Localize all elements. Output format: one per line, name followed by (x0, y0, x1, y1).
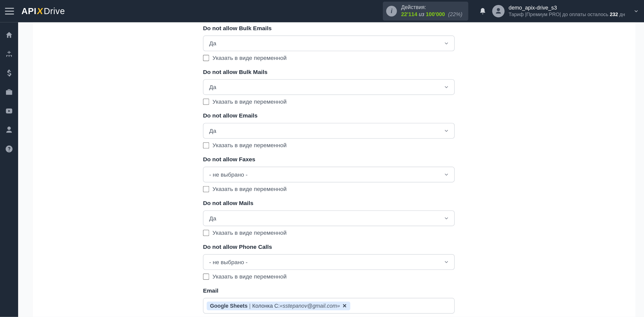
tariff-text: Тариф |Премиум PRO| до оплаты осталось 2… (509, 11, 625, 18)
variable-checkbox[interactable] (203, 98, 209, 105)
field-select-value: - не выбрано - (209, 171, 248, 178)
logo-x-icon: X (36, 6, 44, 16)
field-group: Do not allow Faxes- не выбрано -Указать … (203, 156, 455, 192)
variable-checkbox[interactable] (203, 55, 209, 61)
field-select[interactable]: - не выбрано - (203, 167, 455, 182)
field-label: Do not allow Phone Calls (203, 244, 455, 250)
sidebar-item-help[interactable] (5, 144, 14, 153)
form-card: Do not allow Bulk EmailsДаУказать в виде… (33, 22, 635, 317)
variable-checkbox[interactable] (203, 230, 209, 236)
logo-text-drive: Drive (44, 6, 65, 16)
logo[interactable]: API X Drive (21, 6, 65, 16)
variable-checkbox-label[interactable]: Указать в виде переменной (213, 98, 287, 105)
variable-checkbox[interactable] (203, 186, 209, 192)
field-label: Do not allow Bulk Mails (203, 68, 455, 75)
field-checkbox-row: Указать в виде переменной (203, 54, 455, 61)
hamburger-menu-button[interactable] (5, 8, 14, 14)
sidebar-item-billing[interactable] (5, 68, 14, 77)
sidebar-item-briefcase[interactable] (5, 88, 14, 97)
variable-checkbox[interactable] (203, 142, 209, 148)
field-label: Email (203, 287, 455, 294)
field-select[interactable]: Да (203, 123, 455, 139)
field-select-value: Да (209, 128, 216, 134)
field-select[interactable]: Да (203, 79, 455, 95)
field-label: Do not allow Mails (203, 200, 455, 206)
actions-usage-box[interactable]: i Действия: 22'114 из 100'000 (22%) (383, 2, 468, 21)
actions-numbers: 22'114 из 100'000 (22%) (401, 11, 462, 18)
variable-checkbox-label[interactable]: Указать в виде переменной (213, 54, 287, 61)
account-chevron-down-icon[interactable] (633, 8, 639, 14)
email-token-input[interactable]: Google Sheets|Колонка C: «sstepanov@gmai… (203, 298, 455, 313)
field-checkbox-row: Указать в виде переменной (203, 98, 455, 105)
variable-checkbox-label[interactable]: Указать в виде переменной (213, 229, 287, 236)
field-group-email: EmailGoogle Sheets|Колонка C: «sstepanov… (203, 287, 455, 313)
token-remove-icon[interactable]: ✕ (342, 303, 347, 309)
variable-checkbox-label[interactable]: Указать в виде переменной (213, 273, 287, 280)
sidebar-item-home[interactable] (5, 30, 14, 39)
field-group: Do not allow Bulk MailsДаУказать в виде … (203, 68, 455, 105)
sidebar-item-profile[interactable] (5, 126, 14, 135)
username-text: demo_apix-drive_s3 (509, 5, 625, 12)
user-account-block[interactable]: demo_apix-drive_s3 Тариф |Премиум PRO| д… (509, 5, 625, 18)
sidebar-item-youtube[interactable] (5, 106, 14, 115)
field-select[interactable]: Да (203, 210, 455, 226)
logo-text-api: API (21, 6, 36, 16)
field-select-value: Да (209, 40, 216, 47)
field-select[interactable]: Да (203, 35, 455, 51)
info-icon: i (386, 6, 397, 17)
avatar[interactable] (492, 5, 504, 17)
left-sidebar (0, 22, 18, 317)
email-token[interactable]: Google Sheets|Колонка C: «sstepanov@gmai… (207, 301, 350, 310)
token-source: Google Sheets (210, 303, 248, 309)
field-group: Do not allow Phone Calls- не выбрано -Ук… (203, 244, 455, 280)
notifications-bell-icon[interactable] (479, 8, 487, 15)
field-select[interactable]: - не выбрано - (203, 254, 455, 270)
field-label: Do not allow Emails (203, 112, 455, 119)
field-label: Do not allow Bulk Emails (203, 25, 455, 31)
field-select-value: Да (209, 215, 216, 221)
top-header: API X Drive i Действия: 22'114 из 100'00… (0, 0, 644, 22)
variable-checkbox-label[interactable]: Указать в виде переменной (213, 142, 287, 148)
field-checkbox-row: Указать в виде переменной (203, 229, 455, 236)
field-group: Do not allow MailsДаУказать в виде перем… (203, 200, 455, 236)
field-group: Do not allow EmailsДаУказать в виде пере… (203, 112, 455, 148)
field-select-value: Да (209, 84, 216, 90)
field-group: Do not allow Bulk EmailsДаУказать в виде… (203, 25, 455, 61)
person-icon (495, 8, 502, 15)
field-checkbox-row: Указать в виде переменной (203, 142, 455, 148)
field-checkbox-row: Указать в виде переменной (203, 273, 455, 280)
token-column: Колонка C: (252, 303, 280, 309)
variable-checkbox-label[interactable]: Указать в виде переменной (213, 186, 287, 192)
field-select-value: - не выбрано - (209, 259, 248, 265)
variable-checkbox[interactable] (203, 273, 209, 280)
sidebar-item-connections[interactable] (5, 50, 14, 59)
field-checkbox-row: Указать в виде переменной (203, 186, 455, 192)
main-content: Do not allow Bulk EmailsДаУказать в виде… (18, 22, 644, 317)
field-label: Do not allow Faxes (203, 156, 455, 163)
token-value: «sstepanov@gmail.com» (280, 303, 340, 309)
actions-label: Действия: (401, 4, 462, 11)
